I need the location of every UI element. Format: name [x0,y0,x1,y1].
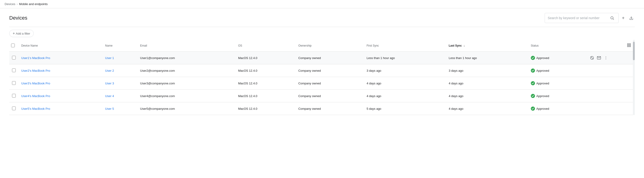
more-options-button[interactable] [603,106,609,112]
block-button[interactable] [589,55,595,61]
ownership-cell: Company owned [296,64,364,77]
block-button[interactable] [589,80,595,86]
status-cell: Approved [528,102,586,115]
user-name-link[interactable]: User 1 [105,56,114,60]
breadcrumb-parent[interactable]: Devices [4,2,15,6]
last-sync-cell: 4 days ago [446,102,528,115]
more-options-button[interactable] [603,93,609,99]
status-approved-icon [531,56,535,60]
breadcrumb-separator: › [17,2,18,6]
block-button[interactable] [589,93,595,99]
device-name-cell: User1's MacBook Pro [18,52,102,64]
row-actions-cell [586,64,623,77]
svg-point-0 [611,16,613,19]
plus-icon: + [622,15,624,21]
download-button[interactable] [628,14,635,21]
col-status: Status [528,40,586,52]
email-button[interactable] [596,80,602,86]
scrollbar-thumb[interactable] [633,42,635,60]
select-all-checkbox[interactable] [11,44,15,47]
more-options-button[interactable] [603,68,609,74]
status-cell: Approved [528,77,586,90]
svg-line-26 [591,95,594,97]
status-text: Approved [536,69,549,72]
row-checkbox[interactable] [12,94,16,98]
status-cell: Approved [528,64,586,77]
svg-point-11 [606,58,606,58]
user-name-link[interactable]: User 5 [105,107,114,110]
device-name-cell: User5's MacBook Pro [18,102,102,115]
status-text: Approved [536,56,549,60]
device-name-link[interactable]: User2's MacBook Pro [21,69,50,72]
scrollbar-track[interactable] [633,40,635,115]
header-actions: + [545,13,635,23]
device-name-link[interactable]: User1's MacBook Pro [21,56,50,60]
svg-rect-4 [630,44,630,45]
row-checkbox[interactable] [12,107,16,110]
more-options-button[interactable] [603,55,609,61]
table-body: User1's MacBook ProUser 1User1@companyon… [9,52,635,115]
search-input[interactable] [548,16,609,20]
row-checkbox-cell [9,64,18,77]
email-cell: User2@companyone.com [138,64,236,77]
ownership-cell: Company owned [296,102,364,115]
main-content: Devices + [0,8,644,115]
table-row: User4's MacBook ProUser 4User4@companyon… [9,90,635,102]
device-name-link[interactable]: User3's MacBook Pro [21,82,50,85]
user-name-cell: User 2 [102,64,137,77]
svg-line-14 [591,69,594,72]
add-button[interactable]: + [620,14,626,22]
os-cell: MacOS 12.4.0 [236,64,296,77]
status-approved-icon [531,81,535,85]
search-icon [610,16,614,20]
row-checkbox[interactable] [12,68,16,72]
first-sync-cell: Less than 1 hour ago [364,52,446,64]
device-name-link[interactable]: User4's MacBook Pro [21,94,50,98]
row-actions-cell [586,102,623,115]
status-text: Approved [536,107,549,110]
os-cell: MacOS 12.4.0 [236,77,296,90]
add-filter-button[interactable]: + Add a filter [9,30,34,37]
select-all-cell[interactable] [9,40,18,52]
first-sync-cell: 5 days ago [364,102,446,115]
status-approved-icon [531,107,535,111]
email-button[interactable] [596,55,602,61]
device-name-link[interactable]: User5's MacBook Pro [21,107,50,110]
last-sync-cell: 3 days ago [446,64,528,77]
email-button[interactable] [596,106,602,112]
svg-point-29 [606,96,606,96]
svg-point-23 [606,83,606,83]
email-button[interactable] [596,68,602,74]
user-name-link[interactable]: User 3 [105,82,114,85]
breadcrumb: Devices › Mobile and endpoints [0,0,644,8]
first-sync-cell: 4 days ago [364,90,446,102]
column-settings-button[interactable] [626,42,632,49]
search-button[interactable] [609,14,616,21]
col-os: OS [236,40,296,52]
sort-arrow-icon: ↓ [463,44,465,47]
user-name-link[interactable]: User 2 [105,69,114,72]
row-checkbox[interactable] [12,56,16,59]
col-device-name: Device Name [18,40,102,52]
add-filter-label: Add a filter [16,32,30,35]
row-checkbox-cell [9,52,18,64]
table-header-row: Device Name Name Email OS Ownership [9,40,635,52]
search-container [545,13,618,23]
svg-rect-3 [627,44,628,45]
download-icon [629,16,633,20]
device-name-cell: User3's MacBook Pro [18,77,102,90]
email-cell: User5@companyone.com [138,102,236,115]
block-button[interactable] [589,106,595,112]
block-button[interactable] [589,68,595,74]
user-name-link[interactable]: User 4 [105,94,114,98]
row-checkbox[interactable] [12,81,16,85]
col-actions-spacer [586,40,623,52]
col-last-sync[interactable]: Last Sync ↓ [446,40,528,52]
svg-line-8 [591,56,594,59]
more-options-button[interactable] [603,80,609,86]
user-name-cell: User 5 [102,102,137,115]
page-header: Devices + [9,8,635,27]
email-button[interactable] [596,93,602,99]
table-row: User2's MacBook ProUser 2User2@companyon… [9,64,635,77]
svg-line-20 [591,82,594,85]
